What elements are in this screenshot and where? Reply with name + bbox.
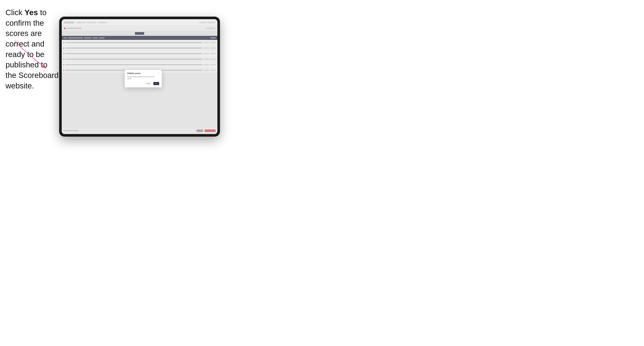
instruction-bold: Yes <box>24 8 38 17</box>
dialog-close-button[interactable]: × <box>157 72 159 74</box>
publish-scores-dialog: Publish scores × Are you ready to publis… <box>125 70 162 87</box>
tablet-device: Publish scores × Are you ready to publis… <box>59 17 220 137</box>
dialog-message: Are you ready to publish these scores to… <box>127 76 159 80</box>
dialog-yes-button[interactable]: Yes <box>154 82 159 85</box>
dialog-footer: Cancel Yes <box>127 82 159 85</box>
dialog-overlay: Publish scores × Are you ready to publis… <box>62 19 218 134</box>
dialog-cancel-button[interactable]: Cancel <box>145 82 152 85</box>
instruction-text: Click Yes to confirm the scores are corr… <box>6 7 59 91</box>
instruction-suffix: to confirm the scores are correct and re… <box>6 8 58 90</box>
dialog-header: Publish scores × <box>127 72 159 74</box>
dialog-title: Publish scores <box>127 72 140 74</box>
tablet-screen: Publish scores × Are you ready to publis… <box>62 19 218 134</box>
instruction-prefix: Click <box>6 8 24 17</box>
